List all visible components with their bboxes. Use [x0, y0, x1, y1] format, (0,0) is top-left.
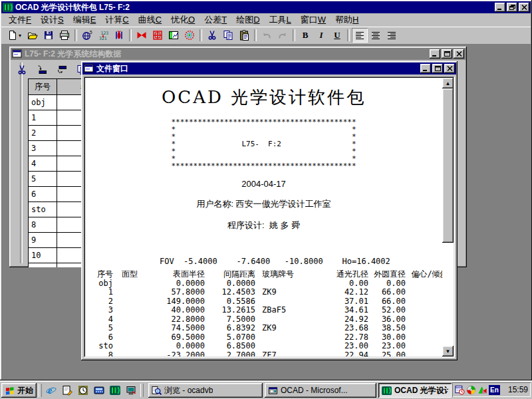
- undo-button[interactable]: [259, 28, 275, 43]
- menu-item-H[interactable]: 帮助H: [331, 13, 363, 27]
- grid-cell-index[interactable]: 5: [29, 172, 57, 187]
- close-icon[interactable]: [454, 49, 464, 59]
- main-window-title: OCAD 光学设计软件包 L75- F:2: [15, 2, 493, 13]
- bold-button[interactable]: B: [297, 28, 313, 43]
- menu-item-F[interactable]: 文件F: [4, 13, 36, 27]
- quick-launch-notes[interactable]: [60, 383, 74, 398]
- task-button-3[interactable]: OCAD 光学设计...: [378, 383, 452, 398]
- copy-button[interactable]: [220, 28, 236, 43]
- report-cell: 23.00: [368, 342, 406, 351]
- report-cell: 66.00: [368, 297, 406, 307]
- renumber-button[interactable]: 123321: [95, 28, 111, 43]
- report-cell: 52.00: [368, 306, 406, 315]
- report-cell: 38.50: [368, 324, 406, 333]
- row-insert-above-button[interactable]: [35, 63, 49, 77]
- scheduler-icon[interactable]: [455, 385, 465, 395]
- plot-window-button[interactable]: [166, 28, 182, 43]
- task-button-1[interactable]: 浏览 - ocadvb: [148, 383, 263, 398]
- taskbar-grip[interactable]: [140, 384, 144, 397]
- open-button[interactable]: [25, 28, 41, 43]
- close-icon[interactable]: [444, 64, 455, 73]
- grid-cell-index[interactable]: 8: [29, 217, 57, 233]
- report-cell: 13.2615: [205, 306, 255, 315]
- system-tray: En15:59: [452, 382, 531, 397]
- volume-disc-icon[interactable]: [466, 385, 476, 395]
- vertical-scrollbar[interactable]: ▲ ▼: [442, 78, 454, 356]
- restore-button[interactable]: [507, 3, 517, 12]
- spot-diagram-button[interactable]: [182, 28, 198, 43]
- start-button[interactable]: 开始: [1, 383, 37, 398]
- close-button[interactable]: [519, 3, 529, 12]
- align-center-button[interactable]: [368, 28, 384, 43]
- menu-item-E[interactable]: 编辑E: [68, 13, 101, 27]
- grid-cell-index[interactable]: 9: [29, 233, 57, 248]
- grid-cell-index[interactable]: [29, 263, 57, 268]
- minimize-button[interactable]: [420, 64, 431, 73]
- lens-data-table: 序号面型表面半径间隔距离玻璃牌号通光孔径外圆直径偏心/倾斜obj0.00000.…: [85, 270, 442, 356]
- new-document-button[interactable]: ▾: [4, 28, 25, 43]
- quick-launch-ie[interactable]: e: [44, 383, 59, 398]
- grid-cell-index[interactable]: 3: [29, 141, 57, 156]
- report-cell: 8: [88, 351, 113, 357]
- field-view-button[interactable]: 5: [79, 28, 95, 43]
- quick-launch-desktop[interactable]: [124, 383, 138, 398]
- task-buttons: 浏览 - ocadvbOCAD - Microsof...OCAD 光学设计..…: [148, 383, 452, 398]
- redo-button[interactable]: [275, 28, 291, 43]
- main-titlebar: OCAD 光学设计软件包 L75- F:2: [1, 1, 531, 13]
- menu-item-C[interactable]: 计算C: [100, 13, 133, 27]
- menu-item-O[interactable]: 忧化O: [166, 13, 200, 27]
- grid-cell-index[interactable]: 10: [29, 248, 57, 263]
- quick-launch-clock[interactable]: [76, 383, 90, 398]
- report-cell: [406, 333, 442, 342]
- grid-button[interactable]: [150, 28, 166, 43]
- grid-cell-index[interactable]: 4: [29, 156, 57, 172]
- italic-button[interactable]: I: [313, 28, 329, 43]
- menu-item-T[interactable]: 公差T: [200, 13, 231, 27]
- taskbar-grip[interactable]: [39, 384, 42, 397]
- quick-launch-ocad[interactable]: [108, 383, 122, 398]
- menu-item-L[interactable]: 工具L: [265, 13, 296, 27]
- grid-cell-index[interactable]: obj: [29, 95, 57, 110]
- minimize-button[interactable]: [430, 49, 440, 59]
- grid-cell-index[interactable]: 1: [29, 110, 57, 126]
- menu-item-C[interactable]: 曲线C: [134, 13, 166, 27]
- menu-item-W[interactable]: 窗口W: [296, 13, 331, 27]
- cut-button[interactable]: [15, 63, 29, 77]
- align-left-button[interactable]: [352, 28, 368, 43]
- print-button[interactable]: [57, 28, 72, 43]
- scrollbar-thumb[interactable]: [442, 88, 454, 243]
- renumber-icon: 123321: [98, 30, 108, 41]
- report-cell: [113, 306, 146, 315]
- scroll-up-button[interactable]: ▲: [442, 78, 454, 88]
- ray-cross-button[interactable]: [134, 28, 150, 43]
- paste-button[interactable]: [236, 28, 252, 43]
- dropdown-arrow-icon[interactable]: ▾: [19, 33, 21, 39]
- maximize-button[interactable]: [432, 64, 443, 73]
- report-cell: obj: [88, 279, 113, 289]
- report-cell: 3: [88, 306, 113, 315]
- graphics-icon[interactable]: [477, 385, 487, 395]
- scroll-down-button[interactable]: ▼: [442, 346, 454, 356]
- underline-button[interactable]: U: [329, 28, 345, 43]
- task-button-2[interactable]: OCAD - Microsof...: [265, 383, 376, 398]
- report-cell: [255, 333, 322, 342]
- maximize-button[interactable]: [442, 49, 452, 59]
- grid-cell-index[interactable]: 2: [29, 126, 57, 141]
- grid-cell-index[interactable]: 6: [29, 187, 57, 202]
- save-button[interactable]: [41, 28, 57, 43]
- report-cell: ZK9: [255, 288, 322, 297]
- row-insert-below-button[interactable]: [55, 63, 69, 77]
- menu-item-D[interactable]: 绘图D: [231, 13, 264, 27]
- input-language-indicator[interactable]: En: [489, 385, 500, 395]
- report-header-row: 序号面型表面半径间隔距离玻璃牌号通光孔径外圆直径偏心/倾斜: [88, 270, 442, 279]
- minimize-button[interactable]: [495, 3, 505, 12]
- quick-launch-calculator[interactable]: [92, 383, 106, 398]
- report-cell: 37.01: [322, 297, 368, 307]
- optimize-button[interactable]: [111, 28, 127, 43]
- menu-item-S[interactable]: 设计S: [36, 13, 68, 27]
- align-right-button[interactable]: [384, 28, 400, 43]
- grid-cell-index[interactable]: sto: [29, 202, 57, 217]
- report-cell: 12.4503: [205, 288, 255, 297]
- optimize-icon: [114, 30, 124, 41]
- cut-button[interactable]: [204, 28, 220, 43]
